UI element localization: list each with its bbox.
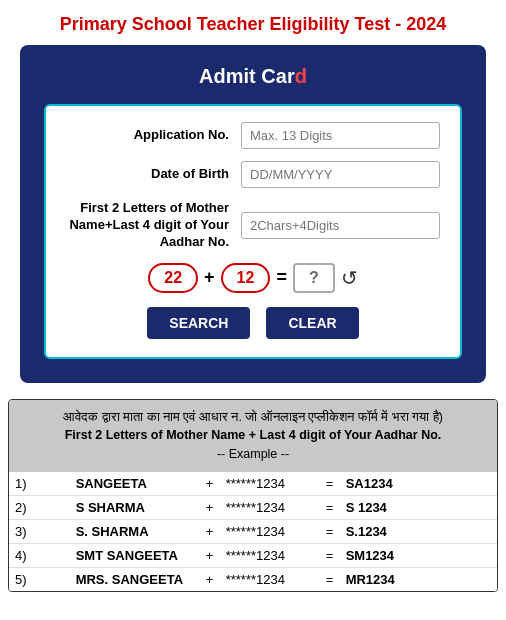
row-plus: + [200, 543, 220, 567]
captcha-operator: + [204, 267, 215, 288]
info-section: आवेदक द्वारा माता का नाम एवं आधार न. जो … [8, 399, 498, 592]
row-eq: = [320, 567, 340, 591]
row-eq: = [320, 543, 340, 567]
row-name: MRS. SANGEETA [70, 567, 200, 591]
captcha-refresh-icon[interactable]: ↺ [341, 266, 358, 290]
application-no-label: Application No. [66, 127, 241, 144]
row-eq: = [320, 519, 340, 543]
row-result: S 1234 [340, 495, 497, 519]
captcha-answer-input[interactable]: ? [293, 263, 335, 293]
info-header-english: First 2 Letters of Mother Name + Last 4 … [19, 426, 487, 445]
search-button[interactable]: SEARCH [147, 307, 250, 339]
application-no-row: Application No. [66, 122, 440, 149]
table-row: 5) MRS. SANGEETA + ******1234 = MR1234 [9, 567, 497, 591]
row-result: S.1234 [340, 519, 497, 543]
row-name: S. SHARMA [70, 519, 200, 543]
row-aadhar: ******1234 [220, 543, 320, 567]
table-row: 3) S. SHARMA + ******1234 = S.1234 [9, 519, 497, 543]
mother-aadhar-input[interactable] [241, 212, 440, 239]
page-title: Primary School Teacher Eligibility Test … [0, 0, 506, 45]
table-row: 2) S SHARMA + ******1234 = S 1234 [9, 495, 497, 519]
captcha-num1: 22 [148, 263, 198, 293]
dob-input[interactable] [241, 161, 440, 188]
row-name: SMT SANGEETA [70, 543, 200, 567]
dob-row: Date of Birth [66, 161, 440, 188]
title-accent: d [295, 65, 307, 87]
mother-aadhar-label: First 2 Letters of Mother Name+Last 4 di… [66, 200, 241, 251]
row-result: SM1234 [340, 543, 497, 567]
row-plus: + [200, 472, 220, 496]
admit-card-form: Application No. Date of Birth First 2 Le… [44, 104, 462, 359]
row-eq: = [320, 495, 340, 519]
admit-card-container: Admit Card Application No. Date of Birth… [20, 45, 486, 383]
admit-card-title: Admit Card [44, 65, 462, 88]
row-aadhar: ******1234 [220, 567, 320, 591]
dob-label: Date of Birth [66, 166, 241, 183]
row-aadhar: ******1234 [220, 472, 320, 496]
row-num: 5) [9, 567, 70, 591]
captcha-row: 22 + 12 = ? ↺ [66, 263, 440, 293]
row-num: 3) [9, 519, 70, 543]
row-eq: = [320, 472, 340, 496]
table-row: 4) SMT SANGEETA + ******1234 = SM1234 [9, 543, 497, 567]
row-num: 4) [9, 543, 70, 567]
captcha-equals: = [276, 267, 287, 288]
info-header: आवेदक द्वारा माता का नाम एवं आधार न. जो … [9, 400, 497, 472]
captcha-num2: 12 [221, 263, 271, 293]
info-header-example: -- Example -- [19, 445, 487, 464]
row-plus: + [200, 495, 220, 519]
row-name: S SHARMA [70, 495, 200, 519]
row-name: SANGEETA [70, 472, 200, 496]
table-row: 1) SANGEETA + ******1234 = SA1234 [9, 472, 497, 496]
row-aadhar: ******1234 [220, 519, 320, 543]
info-header-hindi: आवेदक द्वारा माता का नाम एवं आधार न. जो … [19, 408, 487, 427]
info-table: 1) SANGEETA + ******1234 = SA1234 2) S S… [9, 472, 497, 591]
row-plus: + [200, 519, 220, 543]
row-result: SA1234 [340, 472, 497, 496]
row-num: 2) [9, 495, 70, 519]
mother-aadhar-row: First 2 Letters of Mother Name+Last 4 di… [66, 200, 440, 251]
button-row: SEARCH CLEAR [66, 307, 440, 339]
clear-button[interactable]: CLEAR [266, 307, 358, 339]
row-aadhar: ******1234 [220, 495, 320, 519]
row-plus: + [200, 567, 220, 591]
row-num: 1) [9, 472, 70, 496]
application-no-input[interactable] [241, 122, 440, 149]
row-result: MR1234 [340, 567, 497, 591]
